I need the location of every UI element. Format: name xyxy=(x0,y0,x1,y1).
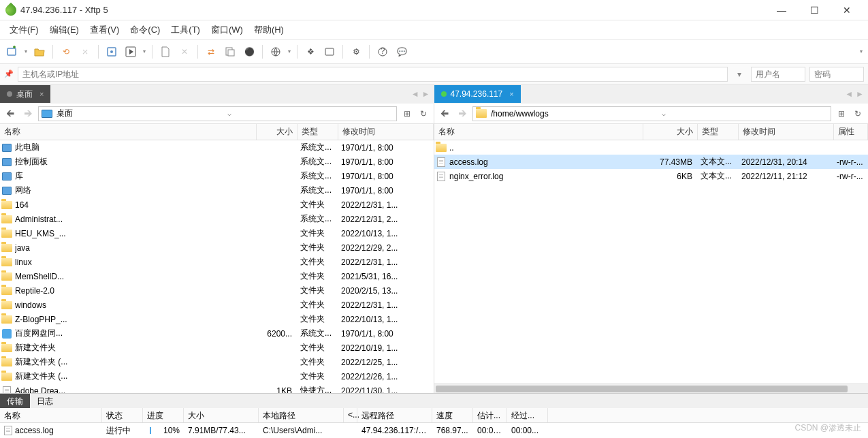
remote-file-list[interactable]: ..access.log77.43MB文本文...2022/12/31, 20:… xyxy=(434,140,868,384)
file-row[interactable]: Adobe Drea...1KB快捷方...2022/11/30, 1... xyxy=(0,384,434,393)
forward-button[interactable]: 🡲 xyxy=(20,106,35,121)
col-name[interactable]: 名称 xyxy=(434,124,643,140)
menu-file[interactable]: 文件(F) xyxy=(4,21,44,39)
col-date[interactable]: 修改时间 xyxy=(338,124,434,140)
file-row[interactable]: java文件夹2022/12/29, 2... xyxy=(0,240,434,255)
tab-prev[interactable]: ◄ xyxy=(411,89,419,99)
new-session-button[interactable] xyxy=(4,44,20,60)
local-path-combo[interactable]: 桌面 ⌵ xyxy=(38,106,397,121)
file-row[interactable]: 新建文件夹 (...文件夹2022/12/26, 1... xyxy=(0,369,434,384)
open-button[interactable] xyxy=(31,44,48,60)
local-file-list[interactable]: 此电脑系统文...1970/1/1, 8:00控制面板系统文...1970/1/… xyxy=(0,140,434,393)
file-row[interactable]: Z-BlogPHP_...文件夹2022/10/13, 1... xyxy=(0,312,434,326)
play-dropdown[interactable]: ▾ xyxy=(142,48,147,54)
tab-next[interactable]: ► xyxy=(856,89,864,99)
editor-button[interactable] xyxy=(321,44,338,60)
file-row[interactable]: 新建文件夹文件夹2022/10/19, 1... xyxy=(0,341,434,355)
th-remote[interactable]: 远程路径 xyxy=(357,408,432,422)
tab-close-icon[interactable]: × xyxy=(509,90,513,98)
menu-command[interactable]: 命令(C) xyxy=(125,21,165,39)
pin-icon[interactable]: 📌 xyxy=(4,69,14,78)
help-button[interactable]: ? xyxy=(374,44,391,60)
transfer-row[interactable]: access.log 进行中 10% 7.91MB/77.43... C:\Us… xyxy=(0,423,868,438)
reconnect-button[interactable]: ⟲ xyxy=(58,44,74,60)
properties-button[interactable] xyxy=(103,44,120,60)
tab-desktop[interactable]: 桌面 × xyxy=(0,85,50,103)
col-type[interactable]: 类型 xyxy=(298,124,338,140)
file-row[interactable]: 164文件夹2022/12/31, 1... xyxy=(0,198,434,212)
menu-tools[interactable]: 工具(T) xyxy=(165,21,206,39)
file-row[interactable]: 此电脑系统文...1970/1/1, 8:00 xyxy=(0,140,434,155)
file-row[interactable]: access.log77.43MB文本文...2022/12/31, 20:14… xyxy=(434,155,868,169)
back-button[interactable]: 🡰 xyxy=(3,106,18,121)
minimize-button[interactable]: ― xyxy=(766,0,797,20)
feedback-button[interactable]: 💬 xyxy=(393,44,410,60)
maximize-button[interactable]: ☐ xyxy=(799,0,830,20)
file-row[interactable]: 新建文件夹 (...文件夹2022/12/25, 1... xyxy=(0,355,434,369)
chevron-down-icon[interactable]: ⌵ xyxy=(662,110,829,117)
back-button[interactable]: 🡰 xyxy=(437,106,452,121)
toolbar-overflow[interactable]: ▾ xyxy=(858,48,864,54)
menu-edit[interactable]: 编辑(E) xyxy=(44,21,84,39)
new-file-button[interactable] xyxy=(157,44,174,60)
th-est[interactable]: 估计... xyxy=(473,408,507,422)
file-row[interactable]: 百度网盘同...6200...系统文...1970/1/1, 8:00 xyxy=(0,326,434,341)
th-size[interactable]: 大小 xyxy=(184,408,259,422)
th-name[interactable]: 名称 xyxy=(0,408,102,422)
settings-button[interactable]: ⚙ xyxy=(348,44,364,60)
file-row[interactable]: Reptile-2.0文件夹2020/2/15, 13... xyxy=(0,283,434,298)
file-row[interactable]: HEU_KMS_...文件夹2022/10/13, 1... xyxy=(0,226,434,240)
view-button[interactable]: ⊞ xyxy=(400,106,415,121)
file-row[interactable]: linux文件夹2022/12/31, 1... xyxy=(0,255,434,269)
th-speed[interactable]: 速度 xyxy=(432,408,473,422)
th-arrow[interactable]: <... xyxy=(344,408,357,422)
horizontal-scrollbar[interactable] xyxy=(434,384,868,393)
refresh-button[interactable]: ↻ xyxy=(416,106,431,121)
col-size[interactable]: 大小 xyxy=(257,124,298,140)
th-local[interactable]: 本地路径 xyxy=(259,408,344,422)
forward-button[interactable]: 🡲 xyxy=(455,106,470,121)
menu-window[interactable]: 窗口(W) xyxy=(206,21,248,39)
col-type[interactable]: 类型 xyxy=(698,124,739,140)
play-button[interactable] xyxy=(123,44,139,60)
disconnect-button[interactable]: ⤫ xyxy=(77,44,93,60)
menu-view[interactable]: 查看(V) xyxy=(84,21,125,39)
tab-prev[interactable]: ◄ xyxy=(845,89,853,99)
file-row[interactable]: Administrat...系统文...2022/12/31, 2... xyxy=(0,212,434,226)
file-row[interactable]: 网络系统文...1970/1/1, 8:00 xyxy=(0,183,434,198)
file-row[interactable]: .. xyxy=(434,140,868,155)
col-size[interactable]: 大小 xyxy=(643,124,698,140)
host-input[interactable] xyxy=(18,67,728,82)
username-input[interactable] xyxy=(751,67,805,82)
sync-button[interactable]: ⚫ xyxy=(241,44,257,60)
th-elapsed[interactable]: 经过... xyxy=(507,408,548,422)
col-attr[interactable]: 属性 xyxy=(834,124,868,140)
delete-button[interactable]: ✕ xyxy=(176,44,193,60)
th-progress[interactable]: 进度 xyxy=(143,408,184,422)
file-row[interactable]: MemShellD...文件夹2021/5/31, 16... xyxy=(0,269,434,283)
refresh-button[interactable]: ↻ xyxy=(850,106,865,121)
chevron-down-icon[interactable]: ⌵ xyxy=(227,110,394,117)
col-name[interactable]: 名称 xyxy=(0,124,257,140)
file-row[interactable]: nginx_error.log6KB文本文...2022/12/11, 21:1… xyxy=(434,169,868,183)
file-row[interactable]: 库系统文...1970/1/1, 8:00 xyxy=(0,169,434,183)
col-date[interactable]: 修改时间 xyxy=(739,124,834,140)
globe-dropdown[interactable]: ▾ xyxy=(287,48,292,54)
tab-log[interactable]: 日志 xyxy=(30,394,60,408)
tab-remote[interactable]: 47.94.236.117 × xyxy=(434,85,521,103)
globe-button[interactable] xyxy=(268,44,284,60)
file-row[interactable]: windows文件夹2022/12/31, 1... xyxy=(0,298,434,312)
transfer-left-button[interactable]: ⇄ xyxy=(203,44,219,60)
tab-transfer[interactable]: 传输 xyxy=(0,394,30,408)
new-session-dropdown[interactable]: ▾ xyxy=(23,48,29,54)
tab-close-icon[interactable]: × xyxy=(39,90,44,98)
menu-help[interactable]: 帮助(H) xyxy=(248,21,289,39)
view-button[interactable]: ⊞ xyxy=(834,106,849,121)
terminal-button[interactable]: ❖ xyxy=(302,44,319,60)
password-input[interactable] xyxy=(809,67,864,82)
copy-button[interactable] xyxy=(222,44,238,60)
host-dropdown[interactable]: ▾ xyxy=(732,69,747,79)
close-button[interactable]: ✕ xyxy=(831,0,863,20)
th-status[interactable]: 状态 xyxy=(102,408,143,422)
remote-path-combo[interactable]: /home/wwwlogs ⌵ xyxy=(472,106,831,121)
